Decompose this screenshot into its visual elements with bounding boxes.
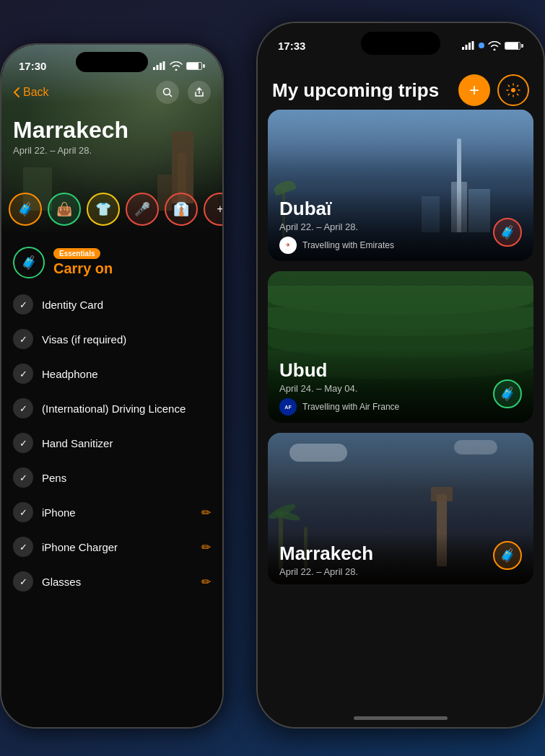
page-title-right: My upcoming trips <box>272 79 439 102</box>
item-charger: iPhone Charger <box>42 541 118 553</box>
right-header: My upcoming trips + <box>258 63 544 115</box>
dynamic-island-left <box>76 52 148 72</box>
item-headphone: Headphone <box>42 368 98 380</box>
item-pens: Pens <box>42 472 66 484</box>
share-button[interactable] <box>188 81 211 104</box>
dubai-dates: April 22. – April 28. <box>279 221 522 232</box>
trip-card-ubud[interactable]: Ubud April 24. – May 04. AF Travelling w… <box>268 271 533 423</box>
battery-right <box>505 42 523 50</box>
ubud-info: Ubud April 24. – May 04. AF Travelling w… <box>268 350 533 423</box>
dubai-airline-text: Travelling with Emirates <box>302 240 394 250</box>
ubud-airline-text: Travelling with Air France <box>302 402 399 412</box>
check-sanitizer: ✓ <box>13 433 33 453</box>
notification-dot <box>479 43 484 48</box>
list-item[interactable]: ✓ iPhone Charger ✏ <box>1 529 222 564</box>
list-item[interactable]: ✓ Pens <box>1 460 222 495</box>
emirates-logo: ✈ <box>279 237 297 254</box>
marrakech-city: Marrakech <box>279 543 522 564</box>
check-iphone: ✓ <box>13 502 33 522</box>
time-left: 17:30 <box>19 60 46 72</box>
dubai-city: Dubaï <box>279 198 522 219</box>
signal-icon-right <box>462 41 475 50</box>
time-right: 17:33 <box>278 40 305 52</box>
marrakech-luggage-btn[interactable]: 🧳 <box>493 541 522 570</box>
edit-glasses-icon[interactable]: ✏ <box>201 575 211 589</box>
airfrance-logo: AF <box>279 398 297 416</box>
phone-left: 17:30 <box>0 43 224 729</box>
svg-rect-10 <box>472 41 474 50</box>
trip-card-dubai[interactable]: Dubaï April 22. – April 28. ✈ Travelling… <box>268 110 533 261</box>
city-name-left: Marrakech <box>13 117 128 144</box>
edit-iphone-icon[interactable]: ✏ <box>201 506 211 519</box>
check-charger: ✓ <box>13 537 33 557</box>
scene: 17:30 <box>0 0 545 756</box>
list-item[interactable]: ✓ Hand Sanitizer <box>1 426 222 460</box>
back-button[interactable]: Back <box>13 86 49 99</box>
header-actions: + <box>458 74 529 106</box>
city-info-left: Marrakech April 22. – April 28. <box>13 117 128 156</box>
svg-point-11 <box>511 88 515 92</box>
list-item[interactable]: ✓ Headphone <box>1 356 222 391</box>
list-item[interactable]: ✓ iPhone ✏ <box>1 495 222 529</box>
svg-rect-2 <box>160 63 162 70</box>
cat-bag[interactable]: 👜 <box>48 193 81 226</box>
add-trip-button[interactable]: + <box>458 74 490 106</box>
item-iphone: iPhone <box>42 506 76 519</box>
section-title: Carry on <box>53 260 113 277</box>
cat-luggage[interactable]: 🧳 <box>9 193 42 226</box>
list-item[interactable]: ✓ (International) Driving Licence <box>1 391 222 426</box>
dynamic-island-right <box>361 32 440 55</box>
svg-rect-7 <box>462 47 464 50</box>
svg-rect-8 <box>466 45 468 50</box>
cat-suit[interactable]: 👔 <box>165 193 198 226</box>
cat-mic[interactable]: 🎤 <box>126 193 159 226</box>
section-icon: 🧳 <box>13 247 45 278</box>
home-indicator-right <box>354 716 448 720</box>
dubai-luggage-btn[interactable]: 🧳 <box>493 218 522 247</box>
check-pens: ✓ <box>13 467 33 488</box>
ubud-airline: AF Travelling with Air France <box>279 398 522 416</box>
check-driving: ✓ <box>13 398 33 418</box>
dubai-airline: ✈ Travelling with Emirates <box>279 237 522 254</box>
wifi-icon-right <box>488 41 501 50</box>
settings-button[interactable] <box>497 74 529 106</box>
cat-more[interactable]: + <box>204 193 222 226</box>
status-bar-right: 17:33 <box>258 23 544 58</box>
status-icons-left <box>153 61 205 71</box>
item-identity: Identity Card <box>42 299 103 311</box>
section-header: 🧳 Essentials Carry on <box>1 247 222 287</box>
marrakech-dates: April 22. – April 28. <box>279 566 522 577</box>
trips-container: Dubaï April 22. – April 28. ✈ Travelling… <box>258 110 544 727</box>
svg-rect-3 <box>163 61 165 70</box>
item-sanitizer: Hand Sanitizer <box>42 437 113 449</box>
status-icons-right <box>462 41 523 50</box>
essentials-badge: Essentials <box>53 248 100 259</box>
signal-icon-left <box>153 61 166 70</box>
item-driving: (International) Driving Licence <box>42 403 186 415</box>
item-glasses: Glasses <box>42 576 81 588</box>
search-button[interactable] <box>156 81 179 104</box>
check-visas: ✓ <box>13 329 33 349</box>
phone-right: 17:33 <box>256 22 545 729</box>
check-headphone: ✓ <box>13 364 33 384</box>
nav-bar-left: Back <box>1 81 222 104</box>
dubai-info: Dubaï April 22. – April 28. ✈ Travelling… <box>268 188 533 261</box>
nav-icons-right <box>156 81 211 104</box>
battery-left <box>186 62 205 70</box>
ubud-luggage-btn[interactable]: 🧳 <box>493 379 522 408</box>
edit-charger-icon[interactable]: ✏ <box>201 540 211 554</box>
list-item[interactable]: ✓ Glasses ✏ <box>1 564 222 599</box>
svg-rect-0 <box>153 67 155 70</box>
list-item[interactable]: ✓ Visas (if required) <box>1 322 222 356</box>
ubud-dates: April 24. – May 04. <box>279 383 522 394</box>
list-section: 🧳 Essentials Carry on ✓ Identity Card ✓ … <box>1 239 222 727</box>
city-dates-left: April 22. – April 28. <box>13 145 128 156</box>
check-glasses: ✓ <box>13 571 33 592</box>
trip-card-marrakech[interactable]: Marrakech April 22. – April 28. 🧳 <box>268 433 533 584</box>
list-item[interactable]: ✓ Identity Card <box>1 287 222 322</box>
svg-rect-9 <box>468 43 471 50</box>
categories-row: 🧳 👜 👕 🎤 👔 + <box>9 193 215 226</box>
cat-clothes[interactable]: 👕 <box>87 193 120 226</box>
check-identity: ✓ <box>13 294 33 315</box>
status-bar-left: 17:30 <box>1 45 222 76</box>
